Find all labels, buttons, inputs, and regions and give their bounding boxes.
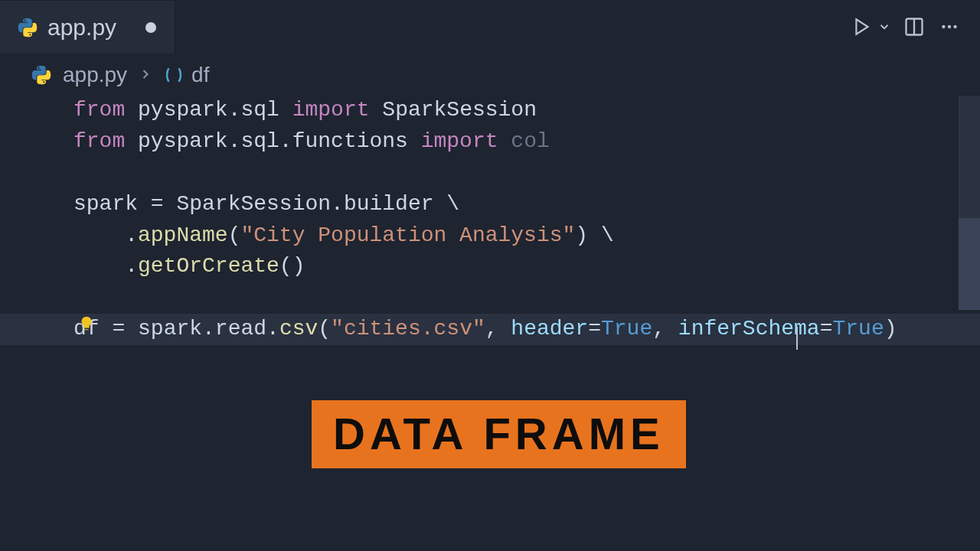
code-line: [74, 158, 980, 189]
chevron-right-icon: [138, 63, 153, 87]
tab-action-group: [848, 13, 980, 41]
breadcrumb[interactable]: app.py df: [0, 54, 980, 95]
tab-bar: app.py: [0, 0, 980, 54]
tab-unsaved-dot[interactable]: [145, 22, 156, 33]
split-editor-button[interactable]: [900, 13, 928, 41]
code-line: .appName("City Population Analysis") \: [74, 220, 980, 252]
svg-point-4: [948, 25, 951, 28]
code-line: spark = SparkSession.builder \: [74, 189, 980, 220]
tab-filename: app.py: [47, 15, 116, 41]
svg-point-5: [953, 25, 956, 28]
overlay-badge: DATA FRAME: [312, 400, 686, 468]
lightbulb-icon[interactable]: [78, 311, 96, 330]
more-actions-button[interactable]: [936, 13, 963, 41]
minimap-viewport[interactable]: [959, 218, 980, 310]
code-line: [74, 282, 980, 314]
svg-point-3: [942, 25, 945, 28]
code-editor[interactable]: from pyspark.sql import SparkSession fro…: [0, 95, 980, 345]
code-line-highlighted: df = spark.read.csv("cities.csv", header…: [0, 314, 980, 345]
code-line: .getOrCreate(): [74, 251, 980, 282]
breadcrumb-symbol[interactable]: df: [191, 63, 209, 87]
run-dropdown[interactable]: [876, 13, 893, 41]
text-cursor: [796, 327, 798, 350]
python-icon: [31, 64, 52, 86]
breadcrumb-file[interactable]: app.py: [63, 63, 127, 87]
python-icon: [17, 17, 38, 38]
variable-icon: [164, 65, 184, 85]
code-line: from pyspark.sql.functions import col: [74, 126, 980, 158]
run-button[interactable]: [848, 13, 876, 41]
svg-marker-0: [856, 19, 867, 34]
code-line: from pyspark.sql import SparkSession: [74, 95, 980, 126]
file-tab[interactable]: app.py: [0, 0, 175, 54]
